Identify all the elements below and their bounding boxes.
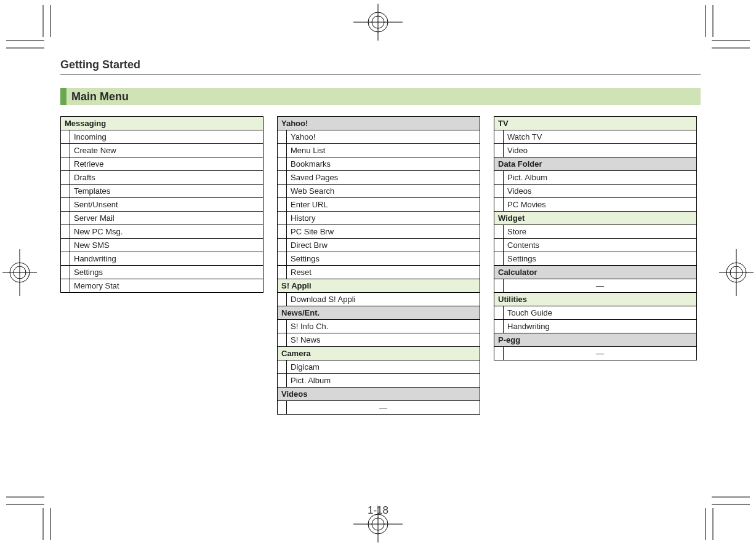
menu-item: Video xyxy=(504,144,697,157)
menu-item: Pict. Album xyxy=(504,171,697,185)
indent-cell xyxy=(278,198,287,212)
menu-item: PC Site Brw xyxy=(287,225,480,239)
indent-cell xyxy=(494,347,504,360)
indent-cell xyxy=(61,252,70,266)
menu-item: Memory Stat xyxy=(70,279,263,293)
page-content: Getting Started Main Menu MessagingIncom… xyxy=(60,58,701,415)
menu-table: MessagingIncomingCreate NewRetrieveDraft… xyxy=(60,116,263,293)
indent-cell xyxy=(61,239,70,252)
indent-cell xyxy=(494,225,504,239)
indent-cell xyxy=(494,320,504,333)
indent-cell xyxy=(278,266,287,279)
menu-item: Watch TV xyxy=(504,130,697,144)
menu-item: Store xyxy=(504,225,697,239)
menu-item: Drafts xyxy=(70,171,263,185)
menu-item: PC Movies xyxy=(504,198,697,212)
menu-section-header: Utilities xyxy=(494,293,697,306)
menu-item: Touch Guide xyxy=(504,306,697,320)
menu-item: Create New xyxy=(70,144,263,157)
menu-item: Videos xyxy=(504,185,697,198)
menu-section-header: TV xyxy=(494,117,697,130)
menu-section-header: Videos xyxy=(278,388,480,401)
menu-section-header: Yahoo! xyxy=(278,117,480,130)
indent-cell xyxy=(278,333,287,347)
menu-item: S! Info Ch. xyxy=(287,320,480,333)
indent-cell xyxy=(278,212,287,225)
menu-item: Enter URL xyxy=(287,198,480,212)
indent-cell xyxy=(61,157,70,171)
menu-item: Retrieve xyxy=(70,157,263,171)
indent-cell xyxy=(278,185,287,198)
indent-cell xyxy=(278,225,287,239)
page-number: 1-18 xyxy=(0,504,756,517)
indent-cell xyxy=(61,198,70,212)
menu-item: Handwriting xyxy=(504,320,697,333)
indent-cell xyxy=(278,157,287,171)
indent-cell xyxy=(278,144,287,157)
menu-item: Saved Pages xyxy=(287,171,480,185)
indent-cell xyxy=(61,185,70,198)
indent-cell xyxy=(61,144,70,157)
indent-cell xyxy=(494,185,504,198)
menu-item: Settings xyxy=(70,266,263,279)
menu-item: Settings xyxy=(287,252,480,266)
menu-section-header: P-egg xyxy=(494,333,697,347)
menu-section-header: Camera xyxy=(278,347,480,360)
menu-section-header: S! Appli xyxy=(278,279,480,293)
indent-cell xyxy=(61,279,70,293)
menu-item: Web Search xyxy=(287,185,480,198)
indent-cell xyxy=(61,212,70,225)
menu-item: Contents xyxy=(504,239,697,252)
menu-column: TVWatch TVVideoData FolderPict. AlbumVid… xyxy=(494,116,697,415)
section-band: Main Menu xyxy=(60,88,701,105)
chapter-rule xyxy=(60,74,701,74)
indent-cell xyxy=(61,225,70,239)
menu-item: New PC Msg. xyxy=(70,225,263,239)
menu-column: Yahoo!Yahoo!Menu ListBookmarksSaved Page… xyxy=(277,116,480,415)
indent-cell xyxy=(278,320,287,333)
indent-cell xyxy=(61,171,70,185)
indent-cell xyxy=(494,144,504,157)
indent-cell xyxy=(278,293,287,306)
indent-cell xyxy=(61,266,70,279)
menu-item: — xyxy=(504,347,697,360)
menu-item: Handwriting xyxy=(70,252,263,266)
menu-section-header: Data Folder xyxy=(494,157,697,171)
menu-item: Download S! Appli xyxy=(287,293,480,306)
indent-cell xyxy=(494,130,504,144)
indent-cell xyxy=(61,130,70,144)
menu-item: Reset xyxy=(287,266,480,279)
menu-section-header: News/Ent. xyxy=(278,306,480,320)
section-title: Main Menu xyxy=(71,90,129,103)
menu-column: MessagingIncomingCreate NewRetrieveDraft… xyxy=(60,116,263,415)
indent-cell xyxy=(494,198,504,212)
menu-item: Direct Brw xyxy=(287,239,480,252)
indent-cell xyxy=(278,171,287,185)
indent-cell xyxy=(494,239,504,252)
menu-item: — xyxy=(504,279,697,293)
indent-cell xyxy=(278,239,287,252)
indent-cell xyxy=(494,306,504,320)
menu-item: Menu List xyxy=(287,144,480,157)
indent-cell xyxy=(278,360,287,374)
indent-cell xyxy=(278,401,287,415)
menu-item: Incoming xyxy=(70,130,263,144)
menu-section-header: Calculator xyxy=(494,266,697,279)
menu-table: TVWatch TVVideoData FolderPict. AlbumVid… xyxy=(494,116,697,360)
menu-item: Sent/Unsent xyxy=(70,198,263,212)
menu-section-header: Widget xyxy=(494,212,697,225)
indent-cell xyxy=(494,171,504,185)
indent-cell xyxy=(278,374,287,388)
indent-cell xyxy=(494,279,504,293)
menu-item: S! News xyxy=(287,333,480,347)
menu-item: Pict. Album xyxy=(287,374,480,388)
menu-columns: MessagingIncomingCreate NewRetrieveDraft… xyxy=(60,116,701,415)
menu-item: Bookmarks xyxy=(287,157,480,171)
menu-item: Server Mail xyxy=(70,212,263,225)
menu-item: — xyxy=(287,401,480,415)
menu-table: Yahoo!Yahoo!Menu ListBookmarksSaved Page… xyxy=(277,116,480,415)
menu-item: Settings xyxy=(504,252,697,266)
indent-cell xyxy=(494,252,504,266)
chapter-title: Getting Started xyxy=(60,58,701,71)
indent-cell xyxy=(278,130,287,144)
